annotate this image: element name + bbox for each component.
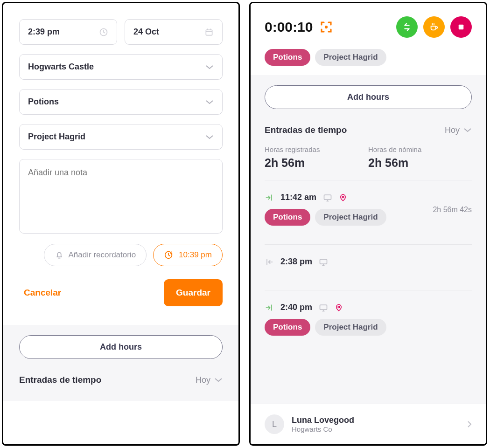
cancel-button[interactable]: Cancelar xyxy=(19,284,66,302)
stat-registered-value: 2h 56m xyxy=(265,156,368,170)
end-time-label: 10:39 pm xyxy=(179,250,212,260)
swap-icon xyxy=(402,22,412,32)
chevron-down-icon xyxy=(214,378,223,382)
project-value: Project Hagrid xyxy=(28,132,85,142)
monitor-icon xyxy=(323,193,332,202)
tag-category[interactable]: Potions xyxy=(265,319,310,336)
chevron-down-icon xyxy=(205,135,214,139)
svg-point-3 xyxy=(325,26,328,28)
time-value: 2:39 pm xyxy=(28,27,60,37)
tag-category[interactable]: Potions xyxy=(265,49,310,66)
time-entry[interactable]: 2:40 pmPotionsProject Hagrid xyxy=(265,301,472,344)
arrow-out-icon xyxy=(265,257,274,267)
add-hours-form: 2:39 pm 24 Oct Hogwarts Castle Potions P… xyxy=(2,2,240,446)
location-select[interactable]: Hogwarts Castle xyxy=(19,54,223,80)
calendar-icon xyxy=(204,28,214,37)
chevron-down-icon xyxy=(205,100,214,104)
focus-icon[interactable] xyxy=(319,20,333,34)
add-hours-button[interactable]: Add hours xyxy=(19,335,223,359)
svg-rect-4 xyxy=(459,25,464,30)
stop-icon xyxy=(457,23,465,31)
save-button[interactable]: Guardar xyxy=(164,279,223,306)
time-entry[interactable]: 2:38 pm xyxy=(265,255,472,280)
filter-label: Hoy xyxy=(445,125,460,135)
monitor-icon xyxy=(319,303,328,312)
svg-rect-7 xyxy=(320,259,327,264)
timer-panel: 0:00:10 Potions Project Hagrid xyxy=(249,2,487,446)
stat-payroll-value: 2h 56m xyxy=(368,156,472,170)
user-org: Hogwarts Co xyxy=(292,425,354,433)
clock-icon xyxy=(99,28,108,37)
location-icon xyxy=(335,303,343,312)
date-field[interactable]: 24 Oct xyxy=(125,19,223,45)
user-name: Luna Lovegood xyxy=(292,415,354,425)
entries-heading: Entradas de tiempo xyxy=(265,125,347,135)
tag-category[interactable]: Potions xyxy=(265,209,310,226)
tag-project[interactable]: Project Hagrid xyxy=(315,49,386,66)
clock-bolt-icon xyxy=(164,250,174,260)
svg-rect-8 xyxy=(320,305,327,310)
monitor-icon xyxy=(319,257,328,267)
stat-payroll-label: Horas de nómina xyxy=(368,145,472,153)
end-time-pill[interactable]: 10:39 pm xyxy=(153,244,223,266)
location-value: Hogwarts Castle xyxy=(28,62,94,72)
location-icon xyxy=(339,193,347,202)
stop-button[interactable] xyxy=(450,16,472,38)
tag-project[interactable]: Project Hagrid xyxy=(315,319,386,336)
svg-rect-1 xyxy=(206,30,212,35)
timer-value: 0:00:10 xyxy=(265,19,313,35)
bell-icon xyxy=(55,250,64,260)
entries-filter[interactable]: Hoy xyxy=(445,125,472,135)
svg-rect-5 xyxy=(324,195,331,200)
arrow-in-icon xyxy=(265,303,274,312)
swap-button[interactable] xyxy=(396,16,418,38)
date-value: 24 Oct xyxy=(133,27,159,37)
coffee-icon xyxy=(429,22,439,32)
chevron-down-icon xyxy=(463,128,472,132)
break-button[interactable] xyxy=(423,16,445,38)
category-select[interactable]: Potions xyxy=(19,89,223,115)
add-reminder-button[interactable]: Añadir recordatorio xyxy=(44,244,147,266)
entry-time: 11:42 am xyxy=(280,193,316,202)
filter-label: Hoy xyxy=(196,375,210,385)
entries-heading: Entradas de tiempo xyxy=(19,375,101,385)
entry-time: 2:40 pm xyxy=(280,303,312,312)
entry-time: 2:38 pm xyxy=(280,257,312,267)
chevron-down-icon xyxy=(205,65,214,69)
stat-registered-label: Horas registradas xyxy=(265,145,368,153)
project-select[interactable]: Project Hagrid xyxy=(19,124,223,150)
svg-point-6 xyxy=(342,196,344,198)
entries-filter[interactable]: Hoy xyxy=(196,375,223,385)
add-hours-button[interactable]: Add hours xyxy=(265,85,472,109)
time-entry[interactable]: 11:42 am2h 56m 42sPotionsProject Hagrid xyxy=(265,191,472,234)
user-footer[interactable]: L Luna Lovegood Hogwarts Co xyxy=(251,404,486,444)
note-input[interactable] xyxy=(19,159,223,234)
reminder-label: Añadir recordatorio xyxy=(69,250,136,260)
chevron-right-icon xyxy=(467,420,472,428)
category-value: Potions xyxy=(28,97,59,107)
arrow-in-icon xyxy=(265,193,274,202)
svg-point-9 xyxy=(338,306,340,308)
time-field[interactable]: 2:39 pm xyxy=(19,19,117,45)
tag-project[interactable]: Project Hagrid xyxy=(315,209,386,226)
avatar: L xyxy=(265,414,284,434)
entry-duration: 2h 56m 42s xyxy=(433,206,472,214)
